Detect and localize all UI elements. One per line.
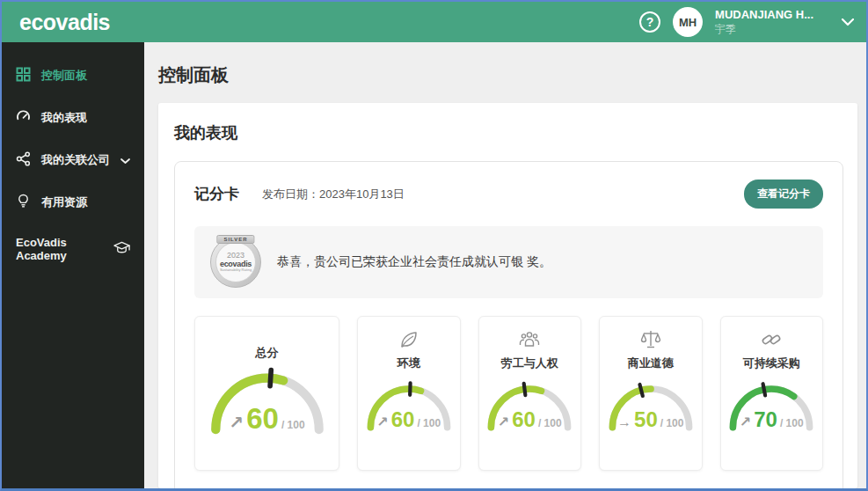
award-banner: SILVER 2023 ecovadis Sustainability Rati…: [194, 226, 823, 298]
gauge-value: 50: [634, 407, 658, 432]
sidebar-item-academy[interactable]: EcoVadis Academy: [2, 224, 144, 275]
gauge-score: ↗ 70 / 100: [740, 407, 804, 432]
gauge-value: 60: [391, 407, 415, 432]
avatar[interactable]: MH: [673, 7, 703, 37]
user-name: MUDANJIANG H...: [715, 8, 813, 22]
gauge-card-environment: 环境 ↗ 60 / 100: [357, 316, 461, 471]
sidebar-item-label: 我的关联公司: [41, 152, 110, 168]
network-icon: [16, 151, 31, 169]
gauge-score: ↗ 60 / 100: [229, 402, 304, 436]
gauge-value: 60: [512, 407, 536, 432]
chevron-down-icon: [120, 154, 130, 167]
sidebar-item-dashboard[interactable]: 控制面板: [2, 55, 144, 97]
gauge-max: / 100: [417, 417, 441, 429]
chevron-down-icon[interactable]: [842, 18, 854, 26]
gauge-procurement: ↗ 70 / 100: [726, 380, 817, 432]
trend-up-icon: ↗: [376, 414, 388, 430]
user-menu[interactable]: MUDANJIANG H... 宇季: [715, 8, 813, 35]
gauge-card-labor: 劳工与人权 ↗ 60 / 100: [478, 316, 582, 471]
silver-medal-badge: SILVER 2023 ecovadis Sustainability Rati…: [210, 237, 261, 288]
gauge-label: 总分: [256, 345, 279, 361]
sidebar: 控制面板 我的表现 我的关联公司 有: [2, 42, 144, 488]
gauge-max: / 100: [538, 417, 562, 429]
scorecard-title: 记分卡: [194, 184, 239, 204]
award-message: 恭喜，贵公司已荣获企业社会责任成就认可银 奖。: [277, 254, 551, 270]
sidebar-item-linked-companies[interactable]: 我的关联公司: [2, 139, 144, 181]
link-icon: [760, 327, 783, 352]
top-bar-right: ? MH MUDANJIANG H... 宇季: [639, 7, 854, 37]
gauge-score: ↗ 60 / 100: [498, 407, 562, 432]
gauge-environment: ↗ 60 / 100: [363, 380, 455, 432]
view-scorecard-button[interactable]: 查看记分卡: [744, 180, 823, 209]
sidebar-item-label: 有用资源: [41, 194, 130, 210]
gauge-labor: ↗ 60 / 100: [484, 380, 575, 432]
my-performance-card: 我的表现 记分卡 发布日期：2023年10月13日 查看记分卡 SILVER 2…: [158, 103, 857, 488]
scorecard-panel: 记分卡 发布日期：2023年10月13日 查看记分卡 SILVER 2023 e…: [174, 161, 843, 488]
sidebar-item-label: 控制面板: [41, 68, 130, 84]
score-gauges-row: 总分 ↗ 60 / 100: [194, 316, 823, 471]
gauge-card-procurement: 可持续采购 ↗ 70 / 100: [720, 316, 824, 471]
gauge-card-ethics: 商业道德 → 50 / 100: [599, 316, 703, 471]
user-subtitle: 宇季: [715, 23, 813, 36]
gauge-score: ↗ 60 / 100: [376, 407, 441, 432]
my-performance-title: 我的表现: [174, 122, 843, 143]
trend-up-icon: ↗: [498, 414, 509, 430]
top-bar: ecovadis ? MH MUDANJIANG H... 宇季: [2, 2, 866, 42]
sidebar-item-my-performance[interactable]: 我的表现: [2, 97, 144, 139]
sidebar-item-label: 我的表现: [41, 110, 130, 126]
app-window: ecovadis ? MH MUDANJIANG H... 宇季 控制面板: [0, 0, 868, 491]
gauge-label: 可持续采购: [743, 355, 800, 371]
scales-icon: [639, 327, 662, 352]
gauge-label: 环境: [398, 355, 420, 371]
gauge-value: 70: [754, 407, 777, 432]
scorecard-header: 记分卡 发布日期：2023年10月13日 查看记分卡: [194, 180, 823, 209]
gauge-max: / 100: [780, 417, 804, 429]
sidebar-item-useful-resources[interactable]: 有用资源: [2, 181, 144, 224]
gauge-ethics: → 50 / 100: [605, 380, 697, 432]
ecovadis-logo[interactable]: ecovadis: [19, 10, 110, 35]
graduation-cap-icon: [113, 241, 130, 257]
people-icon: [518, 327, 541, 352]
gauge-max: / 100: [660, 417, 684, 429]
help-icon[interactable]: ?: [639, 11, 660, 33]
gauge-card-total: 总分 ↗ 60 / 100: [194, 316, 339, 471]
page-title: 控制面板: [158, 55, 857, 103]
gauge-label: 商业道德: [628, 355, 674, 371]
trend-up-icon: ↗: [740, 414, 751, 430]
gauge-label: 劳工与人权: [501, 355, 558, 371]
lightbulb-icon: [16, 194, 31, 211]
leaf-icon: [398, 327, 420, 352]
trend-right-icon: →: [617, 414, 631, 430]
gauge-max: / 100: [281, 419, 305, 431]
scorecard-publish-date: 发布日期：2023年10月13日: [262, 187, 405, 202]
medal-caption: Sustainability Rating: [220, 268, 252, 272]
medal-face: 2023 ecovadis Sustainability Rating: [215, 242, 256, 282]
dashboard-grid-icon: [16, 67, 31, 84]
gauge-icon: [16, 109, 31, 127]
medal-ribbon-label: SILVER: [216, 235, 254, 244]
gauge-total: ↗ 60 / 100: [206, 366, 329, 436]
gauge-value: 60: [246, 402, 279, 436]
trend-up-icon: ↗: [229, 412, 244, 433]
sidebar-item-label: EcoVadis Academy: [16, 236, 103, 262]
main-content: 控制面板 我的表现 记分卡 发布日期：2023年10月13日 查看记分卡 SIL…: [144, 42, 866, 488]
gauge-score: → 50 / 100: [617, 407, 683, 432]
